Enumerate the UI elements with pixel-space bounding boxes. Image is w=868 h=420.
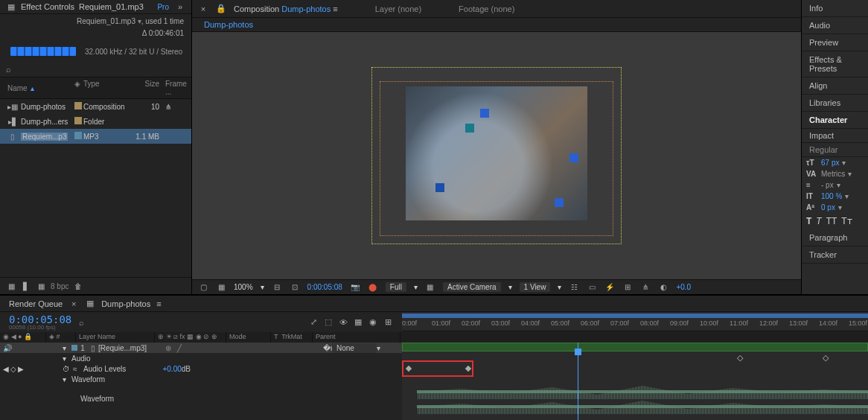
graph-editor-icon[interactable]: ⊞ bbox=[383, 317, 393, 328]
flowchart-icon[interactable]: ⋔ bbox=[165, 103, 171, 111]
new-comp-icon[interactable]: ▦ bbox=[36, 281, 46, 291]
search-icon[interactable]: ⌕ bbox=[6, 65, 11, 74]
panel-audio[interactable]: Audio bbox=[802, 17, 868, 34]
smallcaps-button[interactable]: Tᴛ bbox=[841, 216, 852, 226]
action-safe-guide bbox=[380, 81, 613, 236]
layer-duration-bar[interactable] bbox=[402, 343, 868, 351]
flowchart-icon[interactable]: ⋔ bbox=[640, 282, 651, 293]
composition-tab-label: Composition Dump-photos ≡ bbox=[234, 4, 338, 13]
render-queue-tab[interactable]: Render Queue bbox=[9, 299, 63, 308]
comp-mini-flow-icon[interactable]: ⤢ bbox=[308, 317, 319, 328]
resolution-select[interactable]: Full bbox=[386, 282, 406, 292]
italic-button[interactable]: T bbox=[816, 216, 821, 226]
allcaps-button[interactable]: TT bbox=[826, 216, 837, 226]
snapshot-icon[interactable]: 📷 bbox=[350, 282, 360, 293]
font-style[interactable]: Regular bbox=[802, 143, 868, 157]
timeline-layer-row[interactable]: 🔊 ▾ 1 ▯ [Requie...mp3] ⊕ ╱ �керів None▾ bbox=[0, 343, 402, 353]
viewer-timecode[interactable]: 0:00:05:08 bbox=[307, 283, 342, 291]
baseline-icon: Aª bbox=[806, 203, 818, 211]
comp-breadcrumb[interactable]: Dump-photos bbox=[192, 18, 801, 32]
view-options-icon[interactable]: ☷ bbox=[569, 282, 579, 293]
stopwatch-icon[interactable]: ⏱ bbox=[63, 365, 73, 373]
resolution-icon[interactable]: ⊟ bbox=[272, 282, 282, 293]
timeline-icon[interactable]: ⊞ bbox=[622, 282, 633, 293]
project-item-folder[interactable]: ▸▋Dump-ph...ers Folder bbox=[0, 114, 191, 129]
panel-paragraph[interactable]: Paragraph bbox=[802, 229, 868, 246]
title-safe-guide bbox=[371, 67, 622, 244]
panel-character[interactable]: Character bbox=[802, 112, 868, 129]
close-tab-icon[interactable]: × bbox=[198, 4, 208, 14]
comp-icon: ▸▦ bbox=[7, 101, 18, 112]
bold-button[interactable]: T bbox=[806, 216, 811, 226]
audio-file-icon: ▯ bbox=[7, 131, 18, 141]
kerning-icon: VA bbox=[806, 170, 818, 178]
audio-switch-icon[interactable]: 🔊 bbox=[3, 344, 12, 352]
panel-preview[interactable]: Preview bbox=[802, 34, 868, 51]
timeline-track-area[interactable]: ◇ ◇ bbox=[402, 343, 868, 420]
keyframe-marker[interactable]: ◇ bbox=[737, 353, 743, 363]
audio-levels-value[interactable]: +0.00 bbox=[162, 365, 181, 373]
zoom-level[interactable]: 100% bbox=[234, 283, 253, 291]
panel-align[interactable]: Align bbox=[802, 77, 868, 95]
parent-select[interactable]: None bbox=[332, 343, 377, 353]
timeline-comp-tab[interactable]: Dump-photos bbox=[101, 299, 150, 308]
camera-select[interactable]: Active Camera bbox=[443, 282, 501, 292]
waveform-group-row[interactable]: ▾ Waveform bbox=[0, 374, 402, 384]
views-select[interactable]: 1 View bbox=[520, 282, 551, 292]
grid-icon[interactable]: ▦ bbox=[216, 282, 226, 293]
audio-waveform-thumb bbox=[10, 47, 76, 56]
pro-badge: Pro bbox=[157, 3, 169, 11]
tracking-value[interactable]: - px bbox=[821, 181, 834, 189]
effect-controls-file: Requiem_01.mp3 bbox=[79, 2, 144, 11]
fast-preview-icon[interactable]: ⚡ bbox=[604, 282, 615, 293]
pixel-aspect-icon[interactable]: ▭ bbox=[587, 282, 597, 293]
frame-blend-icon[interactable]: ▦ bbox=[353, 317, 363, 328]
close-timeline-tab-icon[interactable]: × bbox=[68, 299, 79, 309]
panel-menu-icon[interactable]: » bbox=[175, 1, 185, 12]
comp-name-link[interactable]: Dump-photos bbox=[281, 4, 331, 13]
roi-icon[interactable]: ⊡ bbox=[290, 282, 300, 293]
panel-libraries[interactable]: Libraries bbox=[802, 95, 868, 112]
timeline-search-icon[interactable]: ⌕ bbox=[79, 318, 84, 327]
keyframe-marker[interactable]: ◇ bbox=[823, 353, 829, 363]
highlight-annotation bbox=[402, 360, 473, 377]
composition-viewer[interactable] bbox=[192, 32, 801, 279]
exposure-value[interactable]: +0.0 bbox=[676, 283, 691, 291]
tracking-icon: ≡ bbox=[806, 181, 818, 189]
vscale-icon: IT bbox=[806, 192, 818, 200]
timeline-ruler[interactable]: 0:00f 01:00f 02:00f 03:00f 04:00f 05:00f… bbox=[402, 312, 868, 331]
exposure-reset-icon[interactable]: ◐ bbox=[658, 282, 668, 293]
project-icon[interactable]: ▦ bbox=[6, 1, 16, 12]
font-size-value[interactable]: 67 px bbox=[821, 159, 839, 167]
lock-icon[interactable]: 🔒 bbox=[216, 4, 226, 14]
source-file[interactable]: Requiem_01.mp3 bbox=[77, 17, 135, 25]
panel-tracker[interactable]: Tracker bbox=[802, 246, 868, 264]
trash-icon[interactable]: 🗑 bbox=[73, 281, 83, 291]
channel-icon[interactable]: ⬤ bbox=[368, 282, 378, 293]
transparency-icon[interactable]: ▦ bbox=[425, 282, 435, 293]
playhead[interactable] bbox=[578, 343, 578, 420]
footage-viewer-tab[interactable]: Footage (none) bbox=[459, 4, 514, 13]
interpret-icon[interactable]: ▦ bbox=[6, 281, 16, 291]
composition-frame bbox=[406, 86, 587, 220]
expression-icon[interactable]: ≈ bbox=[73, 365, 83, 373]
kerning-value[interactable]: Metrics bbox=[821, 170, 845, 178]
motion-blur-icon[interactable]: ◉ bbox=[368, 317, 378, 328]
panel-info[interactable]: Info bbox=[802, 0, 868, 17]
baseline-value[interactable]: 0 px bbox=[821, 203, 835, 211]
magnify-icon[interactable]: ▢ bbox=[198, 282, 208, 293]
audio-group-row[interactable]: ▾ Audio bbox=[0, 353, 402, 363]
font-family[interactable]: Impact bbox=[802, 129, 868, 143]
vscale-value[interactable]: 100 % bbox=[821, 192, 842, 200]
new-folder-icon[interactable]: ▋ bbox=[21, 281, 31, 291]
shy-icon[interactable]: 👁 bbox=[338, 317, 348, 328]
panel-effects[interactable]: Effects & Presets bbox=[802, 51, 868, 77]
project-item-comp[interactable]: ▸▦Dump-photos Composition 10 ⋔ bbox=[0, 99, 191, 114]
draft3d-icon[interactable]: ⬚ bbox=[323, 317, 334, 328]
project-item-audio[interactable]: ▯Requiem...p3 MP3 1.1 MB bbox=[0, 129, 191, 144]
layer-type-icon: ▯ bbox=[88, 343, 98, 353]
audio-levels-row[interactable]: ◀◇▶ ⏱ ≈ Audio Levels +0.00dB bbox=[0, 363, 402, 374]
bit-depth[interactable]: 8 bpc bbox=[51, 282, 68, 290]
layer-name[interactable]: [Requie...mp3] bbox=[98, 344, 165, 352]
layer-viewer-tab[interactable]: Layer (none) bbox=[375, 4, 421, 13]
